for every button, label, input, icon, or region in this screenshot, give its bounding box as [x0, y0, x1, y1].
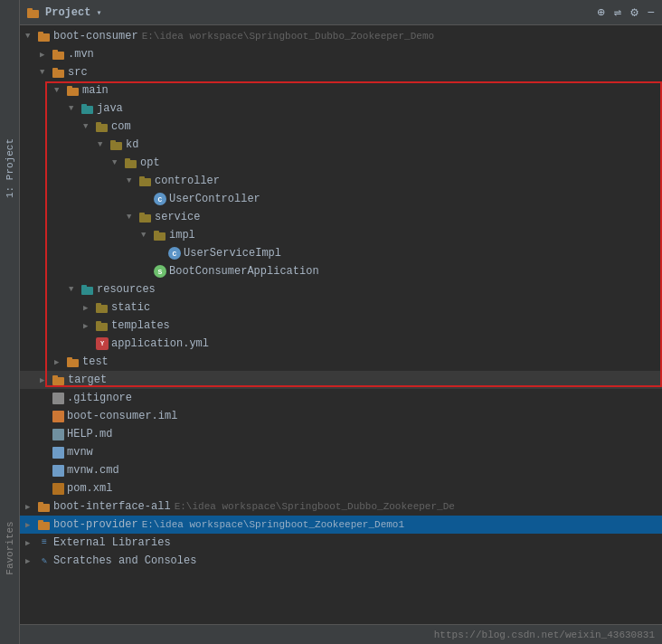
label-templates: templates — [111, 319, 170, 332]
class-icon-usercontroller: C — [154, 193, 166, 205]
svg-rect-1 — [27, 8, 33, 12]
label-applicationyml: application.yml — [111, 337, 209, 350]
label-com: com — [111, 120, 131, 133]
tree-row-src[interactable]: src — [20, 63, 662, 81]
tree-row-static[interactable]: static — [20, 298, 662, 317]
tree-row-com[interactable]: com — [20, 118, 662, 136]
label-main: main — [82, 84, 109, 97]
title-bar: Project ▾ ⊕ ⇌ ⚙ − — [20, 0, 662, 25]
folder-icon-src — [52, 67, 65, 78]
folder-icon-com — [96, 121, 109, 132]
status-url: https://blog.csdn.net/weixin_43630831 — [434, 630, 655, 640]
mvnw-file-icon — [52, 447, 64, 459]
tree-row-mvnw[interactable]: mvnw — [20, 443, 662, 461]
tree-row-pomxml[interactable]: pom.xml — [20, 479, 662, 497]
label-opt: opt — [140, 156, 160, 169]
favorites-tab-label[interactable]: Favorites — [5, 512, 15, 584]
folder-icon-mvn — [52, 49, 65, 60]
label-external-libraries: External Libraries — [53, 536, 171, 549]
svg-rect-23 — [154, 231, 159, 234]
tree-row-java[interactable]: java — [20, 99, 662, 118]
tree-row-userserviceimpl[interactable]: C UserServiceImpl — [20, 244, 662, 262]
svg-rect-31 — [67, 357, 72, 361]
tree-row-target[interactable]: target — [20, 371, 662, 389]
tree-row-kd[interactable]: kd — [20, 136, 662, 154]
folder-icon-controller — [139, 175, 152, 186]
tree-row-gitignore[interactable]: .gitignore — [20, 389, 662, 407]
tree-row-test[interactable]: test — [20, 353, 662, 371]
label-boot-provider: boot-provider — [53, 518, 138, 531]
project-tab-label[interactable]: 1: Project — [5, 132, 15, 204]
arrow-kd — [98, 140, 110, 149]
svg-rect-25 — [81, 285, 87, 289]
svg-rect-33 — [52, 375, 58, 379]
svg-rect-29 — [96, 321, 101, 325]
tree-row-applicationyml[interactable]: Y application.yml — [20, 335, 662, 353]
status-bar: https://blog.csdn.net/weixin_43630831 — [20, 624, 662, 644]
label-helpmd: HELP.md — [67, 428, 112, 440]
svg-rect-19 — [139, 176, 145, 180]
arrow-java — [69, 104, 81, 113]
svg-rect-37 — [38, 520, 43, 524]
label-mvnwcmd: mvnw.cmd — [67, 464, 119, 477]
label-src: src — [68, 66, 88, 79]
tree-row-controller[interactable]: controller — [20, 172, 662, 190]
label-test: test — [82, 355, 109, 368]
tree-row-iml[interactable]: boot-consumer.iml — [20, 407, 662, 425]
label-boot-consumer: boot-consumer — [53, 30, 138, 43]
tree-row-mvn[interactable]: .mvn — [20, 45, 662, 63]
arrow-mvn — [40, 50, 52, 60]
folder-icon-test — [67, 356, 80, 367]
svg-rect-11 — [81, 104, 87, 108]
arrow-boot-provider — [25, 520, 38, 530]
tree-row-external-libraries[interactable]: ≡ External Libraries — [20, 534, 662, 552]
scratches-icon: ✎ — [38, 555, 51, 566]
tree-row-scratches[interactable]: ✎ Scratches and Consoles — [20, 552, 662, 570]
tree-row-impl[interactable]: impl — [20, 226, 662, 244]
tree-row-boot-consumer[interactable]: boot-consumer E:\idea workspace\Springbo… — [20, 27, 662, 45]
arrow-com — [83, 122, 96, 131]
label-mvn: .mvn — [68, 48, 94, 61]
tree-row-helpmd[interactable]: HELP.md — [20, 425, 662, 443]
title-bar-left: Project ▾ — [27, 6, 101, 19]
minimize-icon[interactable]: − — [648, 5, 655, 20]
module-icon-boot-provider — [38, 519, 51, 530]
arrow-static — [83, 303, 96, 313]
tree-row-service[interactable]: service — [20, 208, 662, 226]
tree-row-opt[interactable]: opt — [20, 154, 662, 172]
tree-row-bootconsumerapplication[interactable]: S BootConsumerApplication — [20, 262, 662, 280]
tree-row-resources[interactable]: resources — [20, 280, 662, 298]
arrow-resources — [69, 285, 81, 294]
globe-icon[interactable]: ⊕ — [597, 5, 604, 20]
file-tree: boot-consumer E:\idea workspace\Springbo… — [20, 25, 662, 624]
arrow-boot-interface-all — [25, 502, 38, 512]
tree-row-boot-interface-all[interactable]: boot-interface-all E:\idea workspace\Spr… — [20, 497, 662, 516]
label-bootconsumerapplication: BootConsumerApplication — [169, 265, 319, 278]
yml-icon: Y — [96, 337, 109, 350]
title-dropdown-icon[interactable]: ▾ — [96, 7, 101, 18]
arrow-src — [40, 68, 52, 77]
iml-file-icon — [52, 411, 64, 422]
folder-icon-opt — [125, 157, 137, 168]
label-usercontroller: UserController — [169, 193, 260, 205]
module-icon-boot-consumer — [38, 31, 51, 42]
ext-lib-icon: ≡ — [38, 537, 51, 548]
svg-rect-13 — [96, 122, 101, 126]
split-icon[interactable]: ⇌ — [614, 5, 621, 20]
tree-row-main[interactable]: main — [20, 81, 662, 99]
label-scratches: Scratches and Consoles — [53, 554, 196, 567]
tree-row-boot-provider[interactable]: boot-provider E:\idea workspace\Springbo… — [20, 516, 662, 534]
title-bar-actions: ⊕ ⇌ ⚙ − — [597, 5, 655, 20]
svg-rect-35 — [38, 502, 43, 506]
label-resources: resources — [97, 283, 156, 296]
tree-row-mvnwcmd[interactable]: mvnw.cmd — [20, 461, 662, 479]
md-file-icon — [52, 429, 64, 440]
settings-icon[interactable]: ⚙ — [630, 5, 638, 20]
tree-row-templates[interactable]: templates — [20, 317, 662, 335]
left-side-tab: 1: Project Favorites — [0, 0, 20, 644]
arrow-test — [54, 357, 67, 367]
path-boot-consumer: E:\idea workspace\Springboot_Dubbo_Zooke… — [142, 31, 434, 42]
label-pomxml: pom.xml — [67, 482, 112, 495]
main-panel: Project ▾ ⊕ ⇌ ⚙ − boot-consumer E: — [20, 0, 662, 644]
tree-row-usercontroller[interactable]: C UserController — [20, 190, 662, 208]
